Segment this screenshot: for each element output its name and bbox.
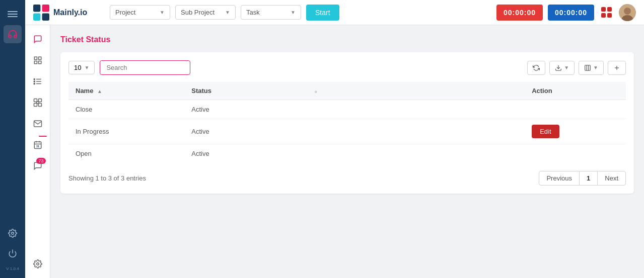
previous-button[interactable]: Previous: [539, 171, 580, 186]
cell-status: Active: [184, 144, 525, 163]
content-area: 31 73 Ticket Status: [25, 25, 644, 278]
cell-action: [525, 144, 626, 163]
grid-apps-icon[interactable]: [599, 5, 614, 20]
svg-rect-10: [38, 57, 41, 59]
download-button[interactable]: ▼: [549, 61, 575, 75]
columns-button[interactable]: ▼: [579, 61, 604, 75]
settings-bottom-icon[interactable]: [4, 224, 22, 242]
col-action: Action: [525, 82, 626, 100]
chevron-down-icon: ▼: [160, 10, 165, 15]
page-title: Ticket Status: [60, 35, 634, 44]
svg-rect-4: [33, 13, 40, 20]
logo-area: Mainly.io: [33, 5, 104, 21]
svg-point-29: [36, 263, 39, 265]
sidebar-primary: V 1.0.4: [0, 0, 25, 278]
search-input[interactable]: [100, 60, 190, 75]
svg-rect-5: [42, 13, 49, 20]
hamburger-menu[interactable]: [4, 5, 22, 23]
edit-button[interactable]: Edit: [532, 125, 559, 138]
data-table: Name ▲ Status ⬦ Action: [68, 82, 626, 163]
chevron-down-icon: ▼: [564, 65, 569, 70]
toolbar-actions: ▼ ▼: [527, 61, 626, 75]
svg-point-7: [624, 8, 631, 15]
calendar-badge: [39, 136, 47, 137]
pagination-info: Showing 1 to 3 of 3 entries: [68, 174, 146, 182]
cell-action: Edit: [525, 119, 626, 144]
svg-rect-11: [34, 61, 37, 64]
app-name: Mainly.io: [53, 8, 87, 17]
version-label: V 1.0.4: [5, 264, 20, 273]
svg-rect-2: [33, 5, 40, 12]
svg-rect-3: [42, 5, 49, 12]
pagination-area: Showing 1 to 3 of 3 entries Previous 1 N…: [68, 171, 626, 186]
chevron-down-icon: ▼: [225, 10, 230, 15]
add-button[interactable]: [608, 61, 626, 75]
dashboard-sidebar-icon[interactable]: [29, 51, 47, 69]
next-button[interactable]: Next: [597, 171, 626, 186]
pagination-controls: Previous 1 Next: [539, 171, 626, 186]
chat-sidebar-icon[interactable]: [29, 30, 47, 48]
table-row: Open Active: [68, 144, 626, 163]
sort-asc-icon[interactable]: ▲: [97, 88, 102, 94]
svg-rect-23: [38, 104, 41, 107]
svg-point-18: [34, 83, 35, 84]
gear-sidebar-icon[interactable]: [29, 255, 47, 273]
avatar[interactable]: [619, 4, 636, 21]
filter-icon[interactable]: ⬦: [314, 88, 317, 94]
chevron-down-icon: ▼: [593, 65, 598, 70]
cell-action: [525, 100, 626, 119]
svg-point-17: [34, 81, 35, 82]
col-name: Name ▲: [68, 82, 184, 100]
cell-status: Active: [184, 100, 525, 119]
svg-rect-22: [34, 104, 37, 107]
cell-status: Active: [184, 119, 525, 144]
cell-name: Open: [68, 144, 184, 163]
refresh-button[interactable]: [527, 61, 545, 75]
table-header-row: Name ▲ Status ⬦ Action: [68, 82, 626, 100]
mail-sidebar-icon[interactable]: [29, 115, 47, 133]
cell-name: Close: [68, 100, 184, 119]
timer-blue[interactable]: 00:00:00: [548, 5, 594, 21]
svg-point-0: [12, 232, 14, 235]
plus-icon: [613, 64, 620, 71]
settings-grid-sidebar-icon[interactable]: [29, 94, 47, 112]
table-toolbar: 10 ▼: [68, 60, 626, 75]
support-icon[interactable]: [4, 25, 22, 43]
calendar-sidebar-icon[interactable]: 31: [29, 136, 47, 154]
notification-sidebar-icon[interactable]: 73: [29, 157, 47, 175]
svg-rect-31: [585, 65, 591, 70]
per-page-select[interactable]: 10 ▼: [68, 61, 95, 74]
svg-text:31: 31: [36, 145, 39, 148]
timer-red[interactable]: 00:00:00: [496, 5, 543, 21]
svg-point-16: [34, 78, 35, 79]
task-dropdown[interactable]: Task ▼: [241, 5, 301, 20]
topbar: Mainly.io Project ▼ Sub Project ▼ Task ▼…: [25, 0, 644, 25]
svg-rect-21: [38, 99, 41, 102]
download-icon: [555, 64, 562, 71]
cell-name: In Progress: [68, 119, 184, 144]
col-status: Status ⬦: [184, 82, 525, 100]
list-sidebar-icon[interactable]: [29, 72, 47, 90]
topbar-controls: Project ▼ Sub Project ▼ Task ▼ Start: [110, 5, 490, 21]
svg-rect-12: [38, 61, 41, 64]
table-container: 10 ▼: [60, 52, 634, 194]
svg-rect-20: [34, 99, 37, 102]
main-content: Ticket Status 10 ▼: [50, 25, 644, 278]
power-icon[interactable]: [4, 244, 22, 262]
refresh-icon: [533, 64, 540, 71]
topbar-right: 00:00:00 00:00:00: [496, 4, 636, 21]
project-dropdown[interactable]: Project ▼: [110, 5, 170, 20]
svg-rect-9: [34, 57, 37, 59]
subproject-dropdown[interactable]: Sub Project ▼: [175, 5, 236, 20]
table-row: In Progress Active Edit: [68, 119, 626, 144]
chevron-down-icon: ▼: [84, 65, 89, 70]
start-button[interactable]: Start: [306, 5, 339, 21]
columns-icon: [584, 64, 591, 71]
table-row: Close Active: [68, 100, 626, 119]
chevron-down-icon: ▼: [291, 10, 296, 15]
notification-badge: 73: [36, 158, 45, 164]
page-number-1[interactable]: 1: [580, 171, 597, 186]
sidebar-secondary: 31 73: [25, 25, 50, 278]
